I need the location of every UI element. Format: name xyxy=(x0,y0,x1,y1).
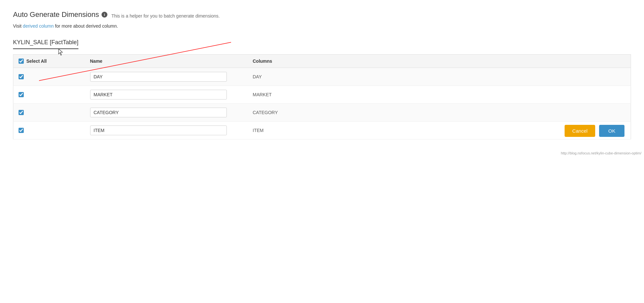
name-input-1[interactable] xyxy=(90,90,227,99)
derived-prefix: Visit xyxy=(13,23,21,29)
page-subtitle: This is a helper for you to batch genera… xyxy=(111,13,220,19)
row-checkbox-3[interactable] xyxy=(19,128,24,133)
row-checkbox-1[interactable] xyxy=(19,92,24,97)
footer-buttons: Cancel OK xyxy=(565,125,624,137)
column-value-1: MARKET xyxy=(253,92,272,97)
select-all-checkbox[interactable] xyxy=(19,59,24,64)
svg-marker-3 xyxy=(499,37,502,42)
status-bar: http://blog.nsfocus.net/kylin-cube-dimen… xyxy=(558,150,644,156)
name-input-2[interactable] xyxy=(90,108,227,117)
column-value-3: ITEM xyxy=(253,128,264,133)
select-all-label: Select All xyxy=(26,59,47,64)
columns-header: Columns xyxy=(248,55,631,68)
page-title: Auto Generate Dimensions i xyxy=(13,10,107,19)
table-header-row: Select All Name Columns xyxy=(13,55,631,68)
table-section-title: KYLIN_SALE [FactTable] xyxy=(13,39,78,49)
row-checkbox-0[interactable] xyxy=(19,74,24,79)
derived-column-link[interactable]: derived column xyxy=(23,23,54,29)
cancel-button[interactable]: Cancel xyxy=(565,125,596,137)
derived-suffix: for more about derived column. xyxy=(55,23,118,29)
derived-link-line: Visit derived column for more about deri… xyxy=(13,23,631,29)
table-row: ITEM xyxy=(13,122,631,139)
dimensions-table: Select All Name Columns DAYMARKETCATEGOR… xyxy=(13,54,631,139)
name-input-3[interactable] xyxy=(90,125,227,135)
table-row: DAY xyxy=(13,68,631,86)
table-row: CATEGORY xyxy=(13,104,631,122)
name-header: Name xyxy=(85,55,248,68)
info-icon: i xyxy=(102,12,107,18)
select-all-header: Select All xyxy=(13,55,85,68)
name-input-0[interactable] xyxy=(90,72,227,82)
column-value-0: DAY xyxy=(253,74,262,79)
table-row: MARKET xyxy=(13,86,631,104)
title-text: Auto Generate Dimensions xyxy=(13,10,99,19)
column-value-2: CATEGORY xyxy=(253,110,278,115)
row-checkbox-2[interactable] xyxy=(19,110,24,115)
ok-button[interactable]: OK xyxy=(599,125,624,137)
